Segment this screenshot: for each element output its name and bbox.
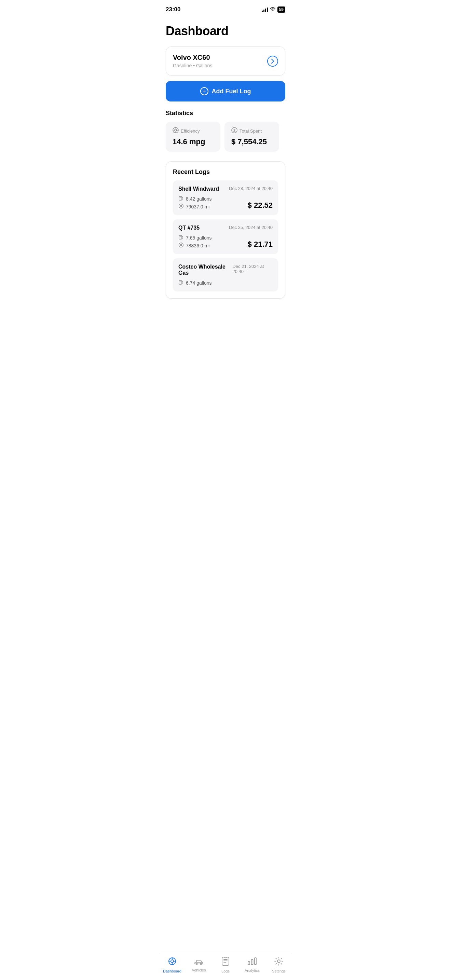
signal-bars-icon [262,7,268,12]
log-date: Dec 25, 2024 at 20:40 [229,225,273,230]
main-content: Dashboard Volvo XC60 Gasoline • Gallons … [159,17,292,333]
svg-point-16 [180,244,182,246]
status-time: 23:00 [166,6,180,13]
total-spent-value: $ 7,554.25 [231,137,272,146]
total-spent-label: Total Spent [240,129,262,134]
log-amount: $ 21.71 [248,240,273,249]
odometer-icon [178,203,184,210]
odometer-icon [178,242,184,249]
log-item[interactable]: QT #735 Dec 25, 2024 at 20:40 7.65 gall [173,220,278,254]
status-icons: 59 [262,6,285,13]
plus-icon: + [200,87,208,95]
recent-logs-title: Recent Logs [173,169,278,176]
vehicle-arrow-icon[interactable] [267,56,278,67]
svg-rect-13 [179,235,182,239]
svg-point-11 [180,205,182,207]
svg-rect-8 [179,196,182,200]
fuel-pump-icon [178,196,184,202]
recent-logs-card: Recent Logs Shell Windward Dec 28, 2024 … [166,161,285,299]
fuel-pump-icon [178,280,184,286]
efficiency-value: 14.6 mpg [173,137,214,146]
log-gallons: 8.42 gallons [186,196,212,202]
log-amount: $ 22.52 [248,201,273,210]
fuel-pump-icon [178,234,184,241]
vehicle-subtitle: Gasoline • Gallons [173,63,212,68]
vehicle-name: Volvo XC60 [173,54,212,62]
efficiency-label: Efficiency [181,129,200,134]
log-gallons: 6.74 gallons [186,280,212,286]
stats-row: Efficiency 14.6 mpg $ Total Spent $ 7,55… [166,122,285,153]
efficiency-stat-card: Efficiency 14.6 mpg [166,122,221,152]
log-date: Dec 28, 2024 at 20:40 [229,186,273,191]
add-fuel-log-button[interactable]: + Add Fuel Log [166,81,285,102]
log-item[interactable]: Shell Windward Dec 28, 2024 at 20:40 8. [173,180,278,215]
status-bar: 23:00 59 [159,0,292,17]
svg-point-1 [175,129,177,131]
log-mileage: 79037.0 mi [186,204,210,210]
vehicle-info: Volvo XC60 Gasoline • Gallons [173,54,212,68]
statistics-section-title: Statistics [166,110,285,117]
log-mileage: 78836.0 mi [186,243,210,248]
dollar-icon: $ [231,127,237,135]
log-gallons: 7.65 gallons [186,235,212,240]
efficiency-icon [173,127,179,135]
battery-icon: 59 [278,6,285,13]
svg-text:$: $ [233,129,235,132]
svg-rect-18 [179,280,182,284]
wifi-icon [270,7,275,12]
log-item[interactable]: Costco Wholesale Gas Dec 21, 2024 at 20:… [173,258,278,291]
log-date: Dec 21, 2024 at 20:40 [232,264,273,274]
vehicle-card[interactable]: Volvo XC60 Gasoline • Gallons [166,46,285,75]
log-station-name: QT #735 [178,225,200,231]
add-fuel-label: Add Fuel Log [212,88,251,95]
total-spent-stat-card: $ Total Spent $ 7,554.25 [224,122,279,152]
log-station-name: Costco Wholesale Gas [178,264,232,276]
log-station-name: Shell Windward [178,186,219,192]
page-title: Dashboard [166,24,285,38]
